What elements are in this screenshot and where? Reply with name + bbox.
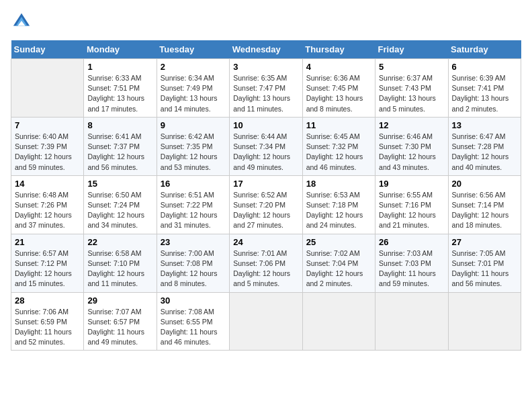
calendar-cell: 25Sunrise: 7:02 AMSunset: 7:04 PMDayligh… [302,234,375,292]
day-info: Sunrise: 6:37 AMSunset: 7:43 PMDaylight:… [379,73,444,114]
day-number: 21 [15,237,80,247]
calendar-cell: 3Sunrise: 6:35 AMSunset: 7:47 PMDaylight… [230,59,302,118]
day-number: 16 [161,179,226,189]
day-number: 7 [15,120,80,130]
day-info: Sunrise: 6:45 AMSunset: 7:32 PMDaylight:… [306,132,371,173]
day-info: Sunrise: 6:58 AMSunset: 7:10 PMDaylight:… [87,248,152,289]
header-row: SundayMondayTuesdayWednesdayThursdayFrid… [11,40,521,59]
calendar-cell: 1Sunrise: 6:33 AMSunset: 7:51 PMDaylight… [84,59,157,118]
day-number: 20 [452,179,517,189]
day-info: Sunrise: 6:52 AMSunset: 7:20 PMDaylight:… [233,190,298,231]
calendar-cell: 28Sunrise: 7:06 AMSunset: 6:59 PMDayligh… [11,292,84,351]
calendar-cell: 5Sunrise: 6:37 AMSunset: 7:43 PMDaylight… [375,59,448,118]
calendar-header: SundayMondayTuesdayWednesdayThursdayFrid… [11,40,521,59]
day-info: Sunrise: 6:56 AMSunset: 7:14 PMDaylight:… [452,190,517,231]
day-info: Sunrise: 7:05 AMSunset: 7:01 PMDaylight:… [452,248,517,289]
day-info: Sunrise: 6:47 AMSunset: 7:28 PMDaylight:… [452,132,517,173]
page-header [11,11,521,32]
day-info: Sunrise: 6:46 AMSunset: 7:30 PMDaylight:… [379,132,444,173]
day-number: 25 [306,237,371,247]
calendar-cell: 16Sunrise: 6:51 AMSunset: 7:22 PMDayligh… [157,175,229,234]
day-number: 24 [233,237,298,247]
calendar-cell: 13Sunrise: 6:47 AMSunset: 7:28 PMDayligh… [448,117,521,175]
header-wednesday: Wednesday [230,40,302,59]
calendar-cell [11,59,84,118]
day-number: 19 [379,179,444,189]
day-info: Sunrise: 7:07 AMSunset: 6:57 PMDaylight:… [87,307,152,348]
day-number: 26 [379,237,444,247]
day-number: 12 [379,120,444,130]
day-number: 11 [306,120,371,130]
calendar-cell: 20Sunrise: 6:56 AMSunset: 7:14 PMDayligh… [448,175,521,234]
header-monday: Monday [84,40,157,59]
day-number: 30 [161,295,226,306]
calendar-cell: 23Sunrise: 7:00 AMSunset: 7:08 PMDayligh… [157,234,229,292]
calendar-cell: 26Sunrise: 7:03 AMSunset: 7:03 PMDayligh… [375,234,448,292]
calendar-cell: 15Sunrise: 6:50 AMSunset: 7:24 PMDayligh… [84,175,157,234]
calendar-cell: 24Sunrise: 7:01 AMSunset: 7:06 PMDayligh… [230,234,302,292]
day-number: 22 [87,237,152,247]
day-info: Sunrise: 6:57 AMSunset: 7:12 PMDaylight:… [15,248,80,289]
calendar-cell: 18Sunrise: 6:53 AMSunset: 7:18 PMDayligh… [302,175,375,234]
day-number: 15 [87,179,152,189]
header-thursday: Thursday [302,40,375,59]
day-number: 23 [161,237,226,247]
calendar-week-2: 14Sunrise: 6:48 AMSunset: 7:26 PMDayligh… [11,175,521,234]
calendar-cell: 4Sunrise: 6:36 AMSunset: 7:45 PMDaylight… [302,59,375,118]
calendar-cell: 9Sunrise: 6:42 AMSunset: 7:35 PMDaylight… [157,117,229,175]
calendar-cell: 22Sunrise: 6:58 AMSunset: 7:10 PMDayligh… [84,234,157,292]
calendar-cell: 11Sunrise: 6:45 AMSunset: 7:32 PMDayligh… [302,117,375,175]
logo-icon [12,11,31,30]
day-number: 28 [15,295,80,306]
day-number: 29 [87,295,152,306]
header-friday: Friday [375,40,448,59]
day-number: 4 [306,62,371,72]
day-info: Sunrise: 6:44 AMSunset: 7:34 PMDaylight:… [233,132,298,173]
day-info: Sunrise: 6:39 AMSunset: 7:41 PMDaylight:… [452,73,517,114]
day-info: Sunrise: 6:50 AMSunset: 7:24 PMDaylight:… [87,190,152,231]
calendar-week-3: 21Sunrise: 6:57 AMSunset: 7:12 PMDayligh… [11,234,521,292]
day-number: 2 [161,62,226,72]
day-number: 8 [87,120,152,130]
day-info: Sunrise: 6:42 AMSunset: 7:35 PMDaylight:… [161,132,226,173]
header-saturday: Saturday [448,40,521,59]
day-number: 1 [87,62,152,72]
day-number: 13 [452,120,517,130]
calendar-week-4: 28Sunrise: 7:06 AMSunset: 6:59 PMDayligh… [11,292,521,351]
day-info: Sunrise: 6:51 AMSunset: 7:22 PMDaylight:… [161,190,226,231]
calendar-week-1: 7Sunrise: 6:40 AMSunset: 7:39 PMDaylight… [11,117,521,175]
day-info: Sunrise: 7:01 AMSunset: 7:06 PMDaylight:… [233,248,298,289]
day-info: Sunrise: 7:00 AMSunset: 7:08 PMDaylight:… [161,248,226,289]
day-info: Sunrise: 6:35 AMSunset: 7:47 PMDaylight:… [233,73,298,114]
header-sunday: Sunday [11,40,84,59]
day-info: Sunrise: 7:08 AMSunset: 6:55 PMDaylight:… [161,307,226,348]
day-info: Sunrise: 7:06 AMSunset: 6:59 PMDaylight:… [15,307,80,348]
calendar-cell [302,292,375,351]
calendar-table: SundayMondayTuesdayWednesdayThursdayFrid… [11,40,521,351]
calendar-cell: 6Sunrise: 6:39 AMSunset: 7:41 PMDaylight… [448,59,521,118]
day-number: 27 [452,237,517,247]
day-info: Sunrise: 6:33 AMSunset: 7:51 PMDaylight:… [87,73,152,114]
header-tuesday: Tuesday [157,40,229,59]
day-number: 3 [233,62,298,72]
day-info: Sunrise: 7:02 AMSunset: 7:04 PMDaylight:… [306,248,371,289]
day-info: Sunrise: 6:34 AMSunset: 7:49 PMDaylight:… [161,73,226,114]
day-info: Sunrise: 6:48 AMSunset: 7:26 PMDaylight:… [15,190,80,231]
day-info: Sunrise: 6:41 AMSunset: 7:37 PMDaylight:… [87,132,152,173]
calendar-cell: 8Sunrise: 6:41 AMSunset: 7:37 PMDaylight… [84,117,157,175]
calendar-cell [375,292,448,351]
calendar-cell: 27Sunrise: 7:05 AMSunset: 7:01 PMDayligh… [448,234,521,292]
day-info: Sunrise: 6:36 AMSunset: 7:45 PMDaylight:… [306,73,371,114]
calendar-cell: 30Sunrise: 7:08 AMSunset: 6:55 PMDayligh… [157,292,229,351]
calendar-cell: 21Sunrise: 6:57 AMSunset: 7:12 PMDayligh… [11,234,84,292]
calendar-cell: 29Sunrise: 7:07 AMSunset: 6:57 PMDayligh… [84,292,157,351]
calendar-cell: 19Sunrise: 6:55 AMSunset: 7:16 PMDayligh… [375,175,448,234]
calendar-cell: 14Sunrise: 6:48 AMSunset: 7:26 PMDayligh… [11,175,84,234]
logo [11,11,31,32]
calendar-cell [448,292,521,351]
calendar-week-0: 1Sunrise: 6:33 AMSunset: 7:51 PMDaylight… [11,59,521,118]
calendar-cell: 7Sunrise: 6:40 AMSunset: 7:39 PMDaylight… [11,117,84,175]
day-info: Sunrise: 7:03 AMSunset: 7:03 PMDaylight:… [379,248,444,289]
day-number: 18 [306,179,371,189]
day-number: 10 [233,120,298,130]
